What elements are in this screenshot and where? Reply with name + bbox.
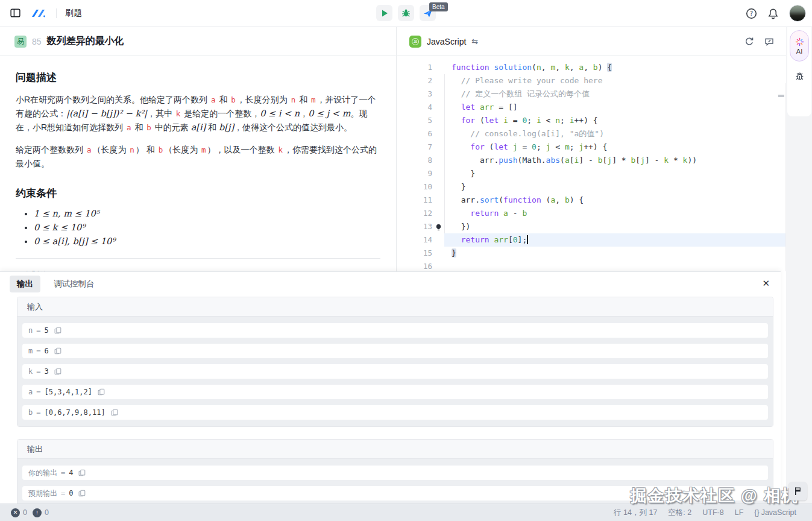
- language-switch-icon[interactable]: ⇆: [471, 37, 478, 46]
- statusbar-right: 行 14，列 17 空格: 2 UTF-8 LF {}JavaScript: [614, 508, 812, 518]
- constraint-item: 0 ≤ k ≤ 10⁹: [34, 223, 380, 232]
- svg-text:?: ?: [750, 10, 753, 17]
- code-text: // 定义一个数组 记录公式的每个值: [432, 87, 590, 101]
- indentation-setting[interactable]: 空格: 2: [668, 508, 691, 518]
- flag-button[interactable]: [788, 482, 807, 500]
- io-label: k: [28, 367, 33, 376]
- code-area[interactable]: 1function solution(n, m, k, a, b) {2 // …: [397, 56, 786, 271]
- editor-header: JS JavaScript ⇆: [397, 27, 786, 56]
- bug-outline-icon: [795, 71, 805, 81]
- reset-code-icon[interactable]: [744, 37, 754, 46]
- flag-icon: [793, 487, 802, 496]
- copy-icon[interactable]: [54, 327, 61, 334]
- line-number: 2: [397, 74, 432, 87]
- line-number: 9: [397, 167, 432, 180]
- user-avatar[interactable]: [789, 5, 806, 22]
- warnings-icon[interactable]: !: [33, 508, 42, 517]
- io-label: n: [28, 326, 33, 335]
- feedback-icon[interactable]: [764, 37, 774, 46]
- code-line[interactable]: 3 // 定义一个数组 记录公式的每个值: [397, 87, 786, 101]
- io-value: 6: [44, 347, 48, 355]
- io-value: 0: [69, 489, 73, 497]
- code-text: return arr[0];: [432, 233, 528, 247]
- line-number: 16: [397, 260, 432, 271]
- help-icon[interactable]: ?: [746, 8, 757, 19]
- javascript-logo-icon: JS: [409, 36, 421, 48]
- problem-title: 数列差异的最小化: [47, 35, 124, 48]
- io-label: 你的输出: [28, 468, 57, 478]
- code-line[interactable]: 4 let arr = []: [397, 101, 786, 114]
- io-value: 3: [44, 367, 48, 376]
- code-line[interactable]: 8 arr.push(Math.abs(a[i] - b[j] * b[j] -…: [397, 154, 786, 167]
- line-number: 14: [397, 233, 432, 247]
- errors-icon[interactable]: ✕: [11, 508, 20, 517]
- problem-id: 85: [32, 37, 42, 46]
- nav-label-shuati[interactable]: 刷题: [65, 8, 82, 19]
- play-icon: [380, 9, 389, 17]
- copy-icon[interactable]: [54, 347, 61, 355]
- code-line[interactable]: 2 // Please write your code here: [397, 74, 786, 87]
- copy-icon[interactable]: [111, 409, 118, 416]
- constraints-list: 1 ≤ n, m ≤ 10⁵0 ≤ k ≤ 10⁹0 ≤ a[i], b[j] …: [16, 209, 380, 246]
- io-row: 你的输出=4: [22, 466, 768, 480]
- line-number: 12: [397, 207, 432, 220]
- debug-button[interactable]: [398, 5, 414, 21]
- io-row: n=5: [22, 323, 768, 338]
- copy-icon[interactable]: [98, 388, 105, 396]
- io-equals: =: [61, 469, 65, 477]
- line-number: 5: [397, 114, 432, 127]
- lightbulb-icon[interactable]: [435, 223, 442, 236]
- eol-setting[interactable]: LF: [735, 508, 744, 517]
- close-console-icon[interactable]: ✕: [762, 278, 770, 289]
- ai-label: AI: [796, 48, 802, 55]
- io-value: [0,6,7,9,8,11]: [44, 408, 105, 417]
- io-row: a=[5,3,4,1,2]: [22, 385, 768, 399]
- copy-icon[interactable]: [78, 490, 86, 497]
- description-heading: 问题描述: [16, 71, 380, 84]
- code-line[interactable]: 9 }: [397, 167, 786, 180]
- line-number: 1: [397, 61, 432, 74]
- report-bug-button[interactable]: [795, 71, 805, 84]
- code-text: return a - b: [432, 207, 527, 220]
- juejin-logo-icon[interactable]: [30, 7, 48, 19]
- code-line[interactable]: 6 // console.log(a[i], "a的值"): [397, 127, 786, 141]
- copy-icon[interactable]: [54, 368, 61, 375]
- notification-bell-icon[interactable]: [767, 8, 779, 19]
- problem-panel: 易 85 数列差异的最小化 问题描述 小R在研究两个数列之间的关系。他给定了两个…: [0, 27, 397, 271]
- language-mode[interactable]: {}JavaScript: [754, 508, 796, 517]
- console-tab-输出[interactable]: 输出: [10, 276, 40, 292]
- code-line[interactable]: 12 return a - b: [397, 207, 786, 220]
- editor-scrollbar-marker[interactable]: [778, 95, 784, 97]
- code-line[interactable]: 5 for (let i = 0; i < n; i++) {: [397, 114, 786, 127]
- code-line[interactable]: 13 }): [397, 220, 786, 233]
- run-button[interactable]: [376, 5, 392, 21]
- code-text: }: [432, 247, 456, 260]
- line-number: 13: [397, 220, 432, 233]
- code-text: // console.log(a[i], "a的值"): [432, 127, 604, 141]
- panel-toggle-icon[interactable]: [10, 7, 21, 19]
- text-cursor: [527, 235, 528, 244]
- io-equals: =: [36, 408, 40, 417]
- line-number: 8: [397, 154, 432, 167]
- ai-assistant-button[interactable]: AI: [790, 30, 809, 62]
- code-text: arr.sort(function (a, b) {: [432, 194, 584, 207]
- code-text: let arr = []: [432, 101, 518, 114]
- io-row: m=6: [22, 344, 768, 358]
- console-tab-调试控制台[interactable]: 调试控制台: [46, 276, 102, 292]
- cursor-position[interactable]: 行 14，列 17: [614, 508, 657, 518]
- warnings-count: 0: [45, 508, 49, 517]
- encoding-setting[interactable]: UTF-8: [702, 508, 723, 517]
- code-line[interactable]: 7 for (let j = 0; j < m; j++) {: [397, 141, 786, 154]
- code-line[interactable]: 16: [397, 260, 786, 271]
- io-row: k=3: [22, 364, 768, 379]
- line-number: 4: [397, 101, 432, 114]
- code-text: function solution(n, m, k, a, b) {: [432, 61, 612, 74]
- code-line[interactable]: 11 arr.sort(function (a, b) {: [397, 194, 786, 207]
- code-line[interactable]: 15}: [397, 247, 786, 260]
- copy-icon[interactable]: [78, 469, 86, 476]
- code-line[interactable]: 14 return arr[0];: [397, 233, 786, 247]
- code-line[interactable]: 10 }: [397, 180, 786, 194]
- code-line[interactable]: 1function solution(n, m, k, a, b) {: [397, 61, 786, 74]
- io-equals: =: [36, 347, 40, 355]
- line-number: 11: [397, 194, 432, 207]
